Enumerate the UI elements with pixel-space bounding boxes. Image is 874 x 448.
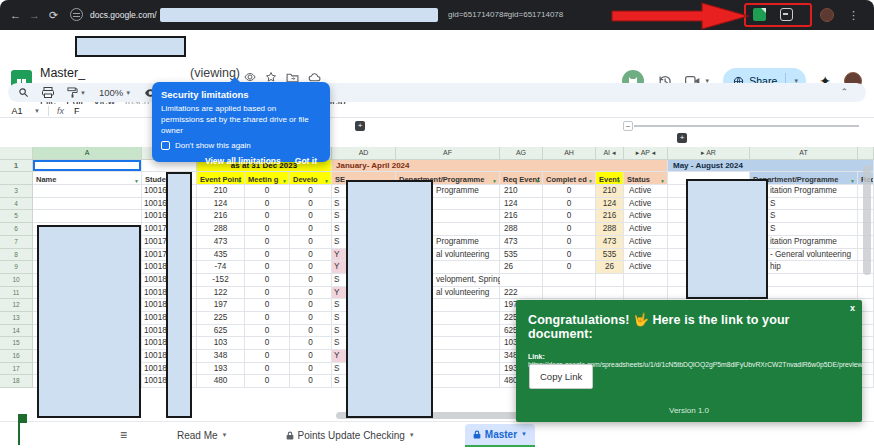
cell[interactable] — [543, 287, 596, 300]
dialog-close-button[interactable]: x — [850, 303, 855, 313]
banner-may-august[interactable]: May - August 2024 — [668, 160, 874, 173]
cell[interactable]: 26 — [596, 261, 624, 274]
name-box-caret[interactable]: ▼ — [34, 108, 40, 114]
cell[interactable] — [596, 287, 624, 300]
cell[interactable]: 473 — [596, 236, 624, 249]
zoom-select[interactable]: 100% ▼ — [99, 87, 131, 98]
row-number[interactable]: 8 — [0, 249, 33, 262]
cell[interactable]: 222 — [500, 287, 543, 300]
cell[interactable]: 0 — [245, 210, 290, 223]
cell[interactable]: 480 — [197, 375, 245, 388]
filter-icon[interactable]: ▼ — [282, 175, 287, 185]
paint-format-button[interactable]: ▼ — [67, 87, 86, 98]
cell[interactable]: 26 — [500, 261, 543, 274]
header-event-point-outstanding[interactable]: Event Point Outstan▼ — [197, 172, 245, 185]
cell[interactable]: 124 — [500, 198, 543, 211]
cell[interactable]: 103 — [197, 337, 245, 350]
cell[interactable]: Active — [624, 236, 668, 249]
filter-icon[interactable]: ▼ — [134, 175, 139, 185]
row-number[interactable]: 17 — [0, 363, 33, 376]
search-icon[interactable] — [18, 87, 29, 98]
cell[interactable]: 0 — [245, 312, 290, 325]
filter-icon[interactable]: ▼ — [237, 175, 242, 185]
header-name[interactable]: Name▼ — [33, 172, 142, 185]
cell[interactable]: -74 — [197, 261, 245, 274]
header-event-points-left[interactable]: Event Points Left▼ — [596, 172, 624, 185]
cell[interactable]: 535 — [596, 249, 624, 262]
row-number[interactable]: 1 — [0, 160, 33, 173]
cell[interactable]: -152 — [197, 274, 245, 287]
cell[interactable]: 0 — [290, 363, 332, 376]
row-number[interactable]: 9 — [0, 261, 33, 274]
cell[interactable]: 124 — [197, 198, 245, 211]
cell[interactable]: Active — [624, 185, 668, 198]
cell[interactable]: 0 — [290, 198, 332, 211]
cell[interactable]: 473 — [197, 236, 245, 249]
filter-icon[interactable]: ▼ — [588, 175, 593, 185]
column-letter[interactable]: AG — [500, 147, 543, 160]
row-number[interactable]: 12 — [0, 299, 33, 312]
open-in-window-icon[interactable] — [780, 8, 793, 21]
cell[interactable]: 0 — [245, 198, 290, 211]
cell[interactable]: 0 — [290, 274, 332, 287]
cell[interactable]: 0 — [245, 299, 290, 312]
cell[interactable]: 197 — [197, 299, 245, 312]
hide-menus-chevron[interactable]: ⌃ — [840, 83, 848, 102]
cell[interactable]: 0 — [245, 375, 290, 388]
dont-show-checkbox[interactable] — [161, 141, 170, 150]
cell[interactable]: 122 — [197, 287, 245, 300]
cell[interactable]: 0 — [543, 223, 596, 236]
cell[interactable]: 288 — [500, 223, 543, 236]
vertical-scrollbar[interactable] — [863, 165, 871, 275]
tab-read-me[interactable]: Read Me ▼ — [169, 424, 236, 447]
cell[interactable]: 124 — [596, 198, 624, 211]
cell[interactable]: 0 — [290, 223, 332, 236]
cell[interactable]: 216 — [197, 210, 245, 223]
cell[interactable] — [624, 274, 668, 287]
cell[interactable]: 0 — [290, 185, 332, 198]
browser-reload-icon[interactable]: ⟳ — [49, 0, 58, 30]
tab-dropdown-caret[interactable]: ▼ — [521, 431, 527, 437]
filter-icon[interactable]: ▼ — [850, 175, 855, 185]
column-letter[interactable]: AH — [543, 147, 596, 160]
cloud-status-icon[interactable] — [308, 72, 321, 82]
row-number[interactable]: 7 — [0, 236, 33, 249]
cell[interactable]: 0 — [245, 287, 290, 300]
column-letter[interactable] — [858, 147, 874, 160]
row-number[interactable]: 14 — [0, 325, 33, 338]
banner-jan-april[interactable]: January- April 2024 — [332, 160, 668, 173]
cell[interactable]: 0 — [245, 261, 290, 274]
column-letter[interactable]: A — [33, 147, 142, 160]
filter-icon[interactable]: ▼ — [535, 175, 540, 185]
cell[interactable] — [33, 210, 142, 223]
cell[interactable]: 288 — [596, 223, 624, 236]
formula-input[interactable]: F — [74, 106, 80, 116]
column-letter[interactable]: AD — [332, 147, 396, 160]
header-req-event-points[interactable]: Req Event Points▼ — [500, 172, 543, 185]
cell[interactable]: 193 — [197, 363, 245, 376]
cell[interactable]: 210 — [596, 185, 624, 198]
cell[interactable]: 0 — [290, 350, 332, 363]
cell[interactable] — [500, 274, 543, 287]
sheets-extension-icon[interactable] — [753, 8, 766, 21]
cell[interactable]: Active — [624, 223, 668, 236]
cell[interactable] — [624, 287, 668, 300]
row-number[interactable]: 6 — [0, 223, 33, 236]
cell[interactable]: 0 — [290, 236, 332, 249]
url-host-text[interactable]: docs.google.com/ — [90, 0, 157, 30]
cell[interactable] — [33, 185, 142, 198]
expand-group-button[interactable]: + — [355, 121, 365, 131]
row-number[interactable]: 3 — [0, 185, 33, 198]
column-letter[interactable]: ▸ AR — [668, 147, 750, 160]
expand-group-button-2[interactable]: + — [677, 133, 687, 143]
cell[interactable]: 288 — [197, 223, 245, 236]
column-letter[interactable]: AT — [750, 147, 858, 160]
filter-icon[interactable]: ▼ — [324, 175, 329, 185]
cell[interactable]: 210 — [197, 185, 245, 198]
all-sheets-menu-icon[interactable]: ≡ — [120, 428, 127, 442]
cell[interactable]: 0 — [543, 185, 596, 198]
cell[interactable]: Active — [624, 261, 668, 274]
cell[interactable] — [33, 198, 142, 211]
got-it-button[interactable]: Got it — [295, 156, 317, 166]
browser-profile-avatar[interactable] — [820, 8, 834, 22]
